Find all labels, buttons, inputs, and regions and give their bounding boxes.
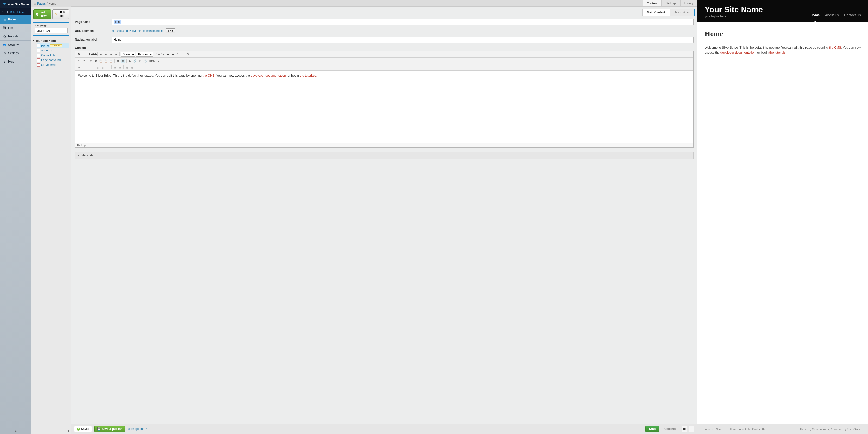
align-center-icon[interactable]: ≡ [104,52,108,57]
html-icon[interactable]: HTML [150,59,154,63]
table-row-before-icon[interactable]: ▭ [84,65,88,69]
logout-icon[interactable]: ↪ [2,10,5,13]
metadata-accordion[interactable]: Metadata [75,151,693,159]
tree-item-about[interactable]: About Us [37,48,69,53]
table-props-icon[interactable]: ▦ [125,65,129,69]
edit-icon[interactable]: ✏ [77,65,81,69]
ol-icon[interactable]: 1≡ [160,52,165,57]
swap-icon[interactable]: ⇄ [682,426,687,432]
footer-link-about[interactable]: About Us [739,428,750,431]
subtab-main-content[interactable]: Main Content [642,9,670,17]
paragraph-select[interactable]: Paragraph [136,52,153,57]
paste-text-icon[interactable]: 📋 [104,59,108,63]
paste-icon[interactable]: 📋 [99,59,103,63]
page-name-input[interactable]: Home [112,19,693,25]
preview-nav-contact[interactable]: Contact Us [844,13,861,18]
sidebar-collapse[interactable]: « [0,427,31,434]
language-select[interactable]: English (US) [35,28,67,33]
subtab-translations[interactable]: Translations [670,9,695,17]
anchor-icon[interactable]: ⚓ [143,59,147,63]
image-icon[interactable]: 🖼 [128,59,132,63]
outdent-icon[interactable]: ⇤ [165,52,170,57]
more-options[interactable]: More options [127,427,147,431]
tab-content[interactable]: Content [643,0,661,6]
table-merge-icon[interactable]: ⊞ [118,65,122,69]
tree-root[interactable]: Your Site Name [32,38,69,43]
ul-icon[interactable]: ⋮≡ [155,52,160,57]
more-options-label: More options [127,427,144,431]
url-segment-link[interactable]: http://localhost/silverstripe-installer/… [112,29,164,32]
nav-security[interactable]: 👥 Security [0,41,31,49]
nav-files[interactable]: 🖼 Files [0,24,31,32]
tab-history[interactable]: History [680,0,698,6]
nav-label-input[interactable] [112,36,693,43]
table-col-after-icon[interactable]: ▯ [101,65,105,69]
paste-word-icon[interactable]: 📋 [109,59,113,63]
align-justify-icon[interactable]: ≡ [114,52,118,57]
language-selector-box: Language English (US) [33,22,69,36]
copy-icon[interactable]: ⧉ [94,59,98,63]
footer-link-home[interactable]: Home [730,428,737,431]
omega-icon[interactable]: Ω [186,52,190,57]
form-area: Page name Home URL Segment http://localh… [71,17,698,424]
hr-icon[interactable]: — [181,52,185,57]
tree-item-home[interactable]: Home MODIFIED [37,43,69,48]
tree-item-notfound[interactable]: Page not found [37,58,69,62]
rte-link-tutorials[interactable]: the tutorials [300,74,316,77]
table-delete-icon[interactable]: ▦ [130,65,134,69]
nav-help[interactable]: i Help [0,58,31,66]
save-publish-button[interactable]: 💾 Save & publish [94,426,125,432]
published-pill[interactable]: Published [659,426,680,432]
rte-link-cms[interactable]: the CMS [203,74,215,77]
visual-aid-icon[interactable]: ▦ [121,59,125,63]
redo-icon[interactable]: ↷ [82,59,86,63]
draft-pill[interactable]: Draft [646,426,659,432]
align-left-icon[interactable]: ≡ [99,52,103,57]
blockquote-icon[interactable]: ❝ [176,52,180,57]
preview-link-docs[interactable]: developer documentation [720,51,755,54]
nav-reports[interactable]: ◔ Reports [0,32,31,41]
table-row-after-icon[interactable]: ▭ [89,65,93,69]
select-all-icon[interactable]: ▦ [116,59,120,63]
rte-link-docs[interactable]: developer documentation [251,74,286,77]
tree-collapse[interactable]: « [67,429,69,433]
editor-panel: Content Settings History Main Content Tr… [71,0,698,434]
url-edit-button[interactable]: Edit [165,28,176,33]
nav-settings[interactable]: ⚙ Settings [0,49,31,58]
language-value: English (US) [36,29,52,32]
preview-link-cms[interactable]: the CMS [829,46,841,49]
status-toggle[interactable]: Draft Published [646,426,680,432]
nav-pages[interactable]: ▤ Pages [0,16,31,24]
italic-icon[interactable]: I [82,52,86,57]
tree-item-contact[interactable]: Contact Us [37,53,69,58]
styles-select[interactable]: Styles [121,52,135,57]
tab-settings[interactable]: Settings [661,0,680,6]
user-name-link[interactable]: Default Admin [10,10,26,13]
underline-icon[interactable]: U [87,52,91,57]
chevron-down-icon [64,30,66,31]
unlink-icon[interactable]: ⊘ [138,59,142,63]
indent-icon[interactable]: ⇥ [170,52,175,57]
link-icon[interactable]: 🔗 [133,59,137,63]
preview-link-tutorials[interactable]: the tutorials [770,51,785,54]
preview-nav-home[interactable]: Home [810,13,820,18]
tree-item-error[interactable]: Server error [37,62,69,67]
fullscreen-icon[interactable]: ⛶ [155,59,159,63]
footer-link-contact[interactable]: Contact Us [752,428,765,431]
preview-site-title: Your Site Name [705,5,763,14]
split-view-icon[interactable]: ◫ [689,426,694,432]
bold-icon[interactable]: B [77,52,81,57]
breadcrumb-section[interactable]: Pages [37,2,46,5]
undo-icon[interactable]: ↶ [77,59,81,63]
table-col-before-icon[interactable]: ▯ [96,65,100,69]
edit-tree-button[interactable]: ✎ Edit Tree [52,9,69,19]
preview-nav-about[interactable]: About Us [825,13,839,18]
cut-icon[interactable]: ✂ [89,59,93,63]
align-right-icon[interactable]: ≡ [109,52,113,57]
table-split-icon[interactable]: ⊟ [113,65,117,69]
preview-footer: Your Site Name → Home / About Us / Conta… [698,424,868,434]
strike-icon[interactable]: ABC [92,52,96,57]
rte-content[interactable]: Welcome to SilverStripe! This is the def… [75,71,693,143]
table-delete-row-icon[interactable]: ▭ [106,65,110,69]
add-new-button[interactable]: + Add new [33,9,51,19]
